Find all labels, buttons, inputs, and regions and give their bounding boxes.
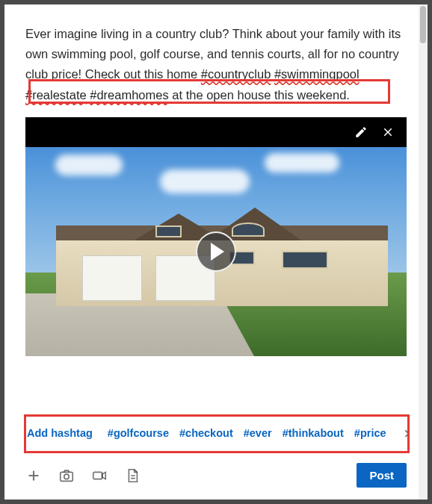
- scrollbar-thumb[interactable]: [420, 6, 426, 43]
- edit-icon[interactable]: [354, 125, 368, 139]
- chevron-right-icon[interactable]: ›: [404, 423, 410, 443]
- play-icon: [211, 243, 224, 261]
- hashtag-swimmingpool[interactable]: #swimmingpool: [274, 67, 360, 81]
- hashtag-dreamhomes[interactable]: #dreamhomes: [90, 88, 168, 102]
- composer-toolbar: Post: [25, 463, 407, 488]
- plus-icon[interactable]: [25, 467, 42, 484]
- svg-rect-0: [61, 472, 73, 481]
- media-toolbar: [25, 117, 407, 147]
- document-icon[interactable]: [124, 467, 141, 484]
- post-text-area[interactable]: Ever imagine living in a country club? T…: [25, 24, 407, 105]
- video-thumbnail[interactable]: [25, 147, 407, 356]
- hashtag-countryclub[interactable]: #countryclub: [201, 67, 271, 81]
- close-icon[interactable]: [381, 125, 395, 139]
- svg-rect-2: [93, 472, 102, 479]
- post-button[interactable]: Post: [357, 463, 407, 488]
- hashtag-suggestion-price[interactable]: #price: [351, 425, 389, 441]
- post-text-after: at the open house this weekend.: [172, 88, 350, 102]
- hashtag-realestate[interactable]: #realestate: [25, 88, 87, 102]
- play-button[interactable]: [196, 231, 236, 272]
- video-attachment: [25, 117, 407, 356]
- svg-point-1: [64, 474, 69, 479]
- hashtag-suggestion-thinkabout[interactable]: #thinkabout: [280, 425, 347, 441]
- hashtag-suggestion-golfcourse[interactable]: #golfcourse: [105, 425, 172, 441]
- post-composer-modal: Ever imagine living in a country club? T…: [4, 4, 428, 500]
- hashtag-suggestions-row: Add hashtag #golfcourse #checkout #ever …: [25, 420, 407, 446]
- add-hashtag-button[interactable]: Add hashtag: [27, 427, 93, 439]
- hashtag-suggestion-ever[interactable]: #ever: [241, 425, 275, 441]
- video-icon[interactable]: [91, 467, 108, 484]
- scrollbar[interactable]: [419, 4, 428, 500]
- camera-icon[interactable]: [58, 467, 75, 484]
- hashtag-suggestion-checkout[interactable]: #checkout: [176, 425, 236, 441]
